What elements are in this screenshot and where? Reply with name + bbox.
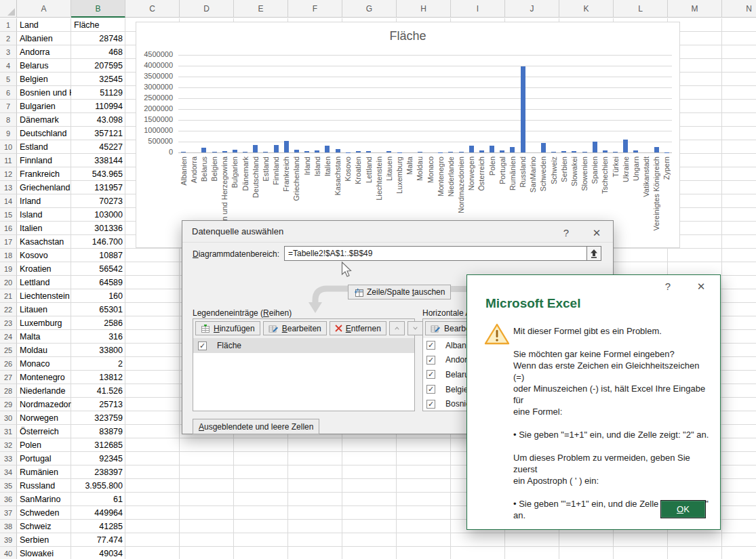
cell-A12[interactable]: Frankreich xyxy=(17,167,71,181)
cell-A26[interactable]: Monaco xyxy=(17,357,71,371)
bar-Schweiz[interactable] xyxy=(551,152,556,152)
cell-A22[interactable]: Litauen xyxy=(17,303,71,316)
cell-B16[interactable]: 301336 xyxy=(71,222,125,235)
bar-Frankreich[interactable] xyxy=(284,141,289,152)
cell-B35[interactable]: 3.955.800 xyxy=(71,479,125,493)
bar-Dänemark[interactable] xyxy=(243,152,247,152)
cell-A6[interactable]: Bosnien und Herzegowina xyxy=(17,86,71,100)
select-all-corner[interactable] xyxy=(0,0,17,18)
cell-A7[interactable]: Bulgarien xyxy=(17,100,71,113)
row-header-33[interactable]: 33 xyxy=(0,452,17,465)
column-header-B[interactable]: B xyxy=(71,0,125,18)
cell-B7[interactable]: 110994 xyxy=(71,100,125,113)
chart-data-range-input[interactable]: =Tabelle2!$A$1:.$B$49 xyxy=(284,246,587,261)
column-header-M[interactable]: M xyxy=(668,0,722,18)
column-header-L[interactable]: L xyxy=(614,0,668,18)
checkbox-checked-icon[interactable]: ✓ xyxy=(426,385,435,394)
hidden-empty-cells-button[interactable]: Ausgeblendete und leere Zellen xyxy=(193,419,319,434)
bar-Russland[interactable] xyxy=(521,66,525,152)
bar-Nordmazedonien[interactable] xyxy=(459,152,464,152)
cell-B19[interactable]: 56542 xyxy=(71,262,125,276)
cell-B21[interactable]: 160 xyxy=(71,289,125,303)
cell-B2[interactable]: 28748 xyxy=(71,32,125,45)
cell-A19[interactable]: Kroatien xyxy=(17,262,71,276)
bar-Bulgarien[interactable] xyxy=(233,150,237,152)
bar-Rumänien[interactable] xyxy=(510,147,515,152)
cell-B26[interactable]: 2 xyxy=(71,357,125,371)
ok-button[interactable]: OK xyxy=(660,500,706,518)
bar-Albanien[interactable] xyxy=(181,152,186,152)
cell-A13[interactable]: Griechenland xyxy=(17,181,71,194)
cell-B12[interactable]: 543.965 xyxy=(71,167,125,181)
cell-A33[interactable]: Portugal xyxy=(17,452,71,465)
cell-B34[interactable]: 238397 xyxy=(71,465,125,479)
column-header-C[interactable]: C xyxy=(125,0,180,18)
column-header-E[interactable]: E xyxy=(234,0,288,18)
cell-A32[interactable]: Polen xyxy=(17,438,71,452)
bar-Estland[interactable] xyxy=(263,152,268,152)
checkbox-checked-icon[interactable]: ✓ xyxy=(198,341,207,350)
row-header-11[interactable]: 11 xyxy=(0,154,17,167)
column-header-F[interactable]: F xyxy=(288,0,342,18)
row-header-26[interactable]: 26 xyxy=(0,357,17,371)
row-header-34[interactable]: 34 xyxy=(0,465,17,479)
cell-B11[interactable]: 338144 xyxy=(71,154,125,167)
cell-B33[interactable]: 92345 xyxy=(71,452,125,465)
cell-A39[interactable]: Serbien xyxy=(17,533,71,547)
cell-B24[interactable]: 316 xyxy=(71,330,125,344)
row-header-9[interactable]: 9 xyxy=(0,127,17,140)
cell-A9[interactable]: Deutschland xyxy=(17,127,71,140)
row-header-6[interactable]: 6 xyxy=(0,86,17,100)
checkbox-checked-icon[interactable]: ✓ xyxy=(426,341,435,350)
cell-B17[interactable]: 146.700 xyxy=(71,235,125,249)
row-header-36[interactable]: 36 xyxy=(0,493,17,506)
edit-series-button[interactable]: Bearbeiten xyxy=(263,321,327,335)
bar-Slowenien[interactable] xyxy=(582,152,587,152)
move-down-button[interactable] xyxy=(407,321,423,335)
cell-A34[interactable]: Rumänien xyxy=(17,465,71,479)
close-icon[interactable]: ✕ xyxy=(588,226,605,240)
cell-B32[interactable]: 312685 xyxy=(71,438,125,452)
row-header-29[interactable]: 29 xyxy=(0,398,17,411)
bar-Ukraine[interactable] xyxy=(623,140,628,152)
bar-Vereinigtes Königreich[interactable] xyxy=(654,147,659,152)
cell-A18[interactable]: Kosovo xyxy=(17,249,71,262)
bar-Finnland[interactable] xyxy=(274,145,279,152)
bar-Griechenland[interactable] xyxy=(294,150,299,152)
cell-A30[interactable]: Norwegen xyxy=(17,411,71,425)
move-up-button[interactable] xyxy=(389,321,405,335)
row-header-28[interactable]: 28 xyxy=(0,384,17,398)
bar-Deutschland[interactable] xyxy=(253,145,258,152)
chart-title[interactable]: Fläche xyxy=(136,29,679,43)
row-header-16[interactable]: 16 xyxy=(0,222,17,235)
cell-B20[interactable]: 64589 xyxy=(71,276,125,289)
bar-Moldau[interactable] xyxy=(418,152,422,152)
bar-Island[interactable] xyxy=(315,150,319,152)
cell-A21[interactable]: Liechtenstein xyxy=(17,289,71,303)
remove-series-button[interactable]: Entfernen xyxy=(330,321,386,335)
cell-B23[interactable]: 2586 xyxy=(71,316,125,330)
cell-B18[interactable]: 10887 xyxy=(71,249,125,262)
cell-B9[interactable]: 357121 xyxy=(71,127,125,140)
row-header-7[interactable]: 7 xyxy=(0,100,17,113)
series-list-item[interactable]: ✓ Fläche xyxy=(193,338,414,353)
cell-B39[interactable]: 77.474 xyxy=(71,533,125,547)
row-header-25[interactable]: 25 xyxy=(0,344,17,357)
column-header-N[interactable]: N xyxy=(722,0,756,18)
cell-A27[interactable]: Montenegro xyxy=(17,371,71,384)
switch-row-column-button[interactable]: Zeile/Spalte tauschen xyxy=(348,285,451,299)
row-header-40[interactable]: 40 xyxy=(0,547,17,559)
row-header-27[interactable]: 27 xyxy=(0,371,17,384)
column-header-K[interactable]: K xyxy=(559,0,614,18)
cell-B28[interactable]: 41.526 xyxy=(71,384,125,398)
cell-A24[interactable]: Malta xyxy=(17,330,71,344)
help-icon[interactable]: ? xyxy=(557,226,575,240)
collapse-dialog-icon[interactable] xyxy=(587,246,601,261)
cell-B22[interactable]: 65301 xyxy=(71,303,125,316)
row-header-17[interactable]: 17 xyxy=(0,235,17,249)
column-header-J[interactable]: J xyxy=(505,0,559,18)
row-header-37[interactable]: 37 xyxy=(0,506,17,520)
bar-Kasachstan[interactable] xyxy=(336,149,340,152)
help-icon[interactable]: ? xyxy=(659,280,677,293)
cell-B37[interactable]: 449964 xyxy=(71,506,125,520)
